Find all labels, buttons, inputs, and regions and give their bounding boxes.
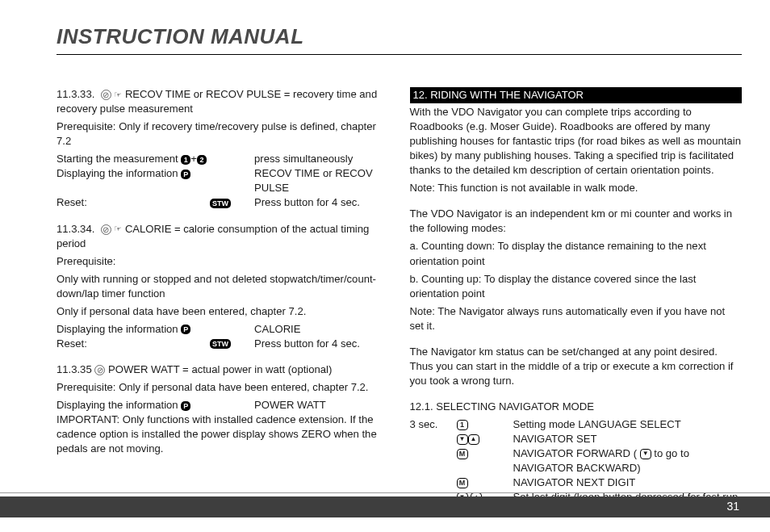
note-text: Note: This function is not available in … <box>410 181 743 195</box>
row-label: Reset: <box>56 337 210 351</box>
button-cell: 1 <box>457 417 513 432</box>
note-text: Note: The Navigator always runs automati… <box>410 304 743 333</box>
section-title: POWER WATT = actual power in watt (optio… <box>105 363 332 375</box>
section-11-3-33: 11.3.33. ⊘ ☞ RECOV TIME or RECOV PULSE =… <box>56 87 389 211</box>
content-area: 11.3.33. ⊘ ☞ RECOV TIME or RECOV PULSE =… <box>56 87 742 485</box>
row-label: Displaying the information P <box>56 322 210 337</box>
manual-page: INSTRUCTION MANUAL 11.3.33. ⊘ ☞ RECOV TI… <box>0 0 770 532</box>
section-heading: 11.3.35 ⊘ POWER WATT = actual power in w… <box>56 362 389 377</box>
table-row: Reset: STW Press button for 4 sec. <box>56 195 389 210</box>
section-11-3-35: 11.3.35 ⊘ POWER WATT = actual power in w… <box>56 362 389 456</box>
section-11-3-34: 11.3.34. ⊘ ☞ CALORIE = calorie consumpti… <box>56 222 389 352</box>
button-1-icon: 1 <box>181 155 190 165</box>
up-arrow-icon: ▲ <box>468 434 479 445</box>
row-label: Reset: <box>56 195 210 210</box>
right-column: 12. RIDING WITH THE NAVIGATOR With the V… <box>410 87 743 485</box>
prerequisite-text: Only with running or stopped and not del… <box>56 272 389 301</box>
table-row: Displaying the information P CALORIE <box>56 322 389 337</box>
header-title: INSTRUCTION MANUAL <box>56 24 742 49</box>
row-value: POWER WATT <box>254 398 389 413</box>
subsection-title: 12.1. SELECTING NAVIGATOR MODE <box>410 400 743 414</box>
button-cell: M <box>457 475 513 490</box>
button-p-icon: P <box>181 325 190 334</box>
row-value: RECOV TIME or RECOV PULSE <box>254 166 389 195</box>
button-cell: M <box>457 446 513 475</box>
row-value: Press button for 4 sec. <box>254 195 389 210</box>
action-cell: NAVIGATOR FORWARD ( ▼ to go to NAVIGATOR… <box>513 446 743 475</box>
hand-icon: ☞ <box>114 89 122 101</box>
prerequisite-label: Prerequisite: <box>56 254 389 269</box>
section-number: 11.3.33. <box>56 88 101 100</box>
prerequisite-text: Prerequisite: Only if personal data have… <box>56 380 389 395</box>
row-value: CALORIE <box>254 322 389 337</box>
body-text: The Navigator km status can be set/chang… <box>410 345 743 388</box>
footer-divider <box>0 492 770 493</box>
stopwatch-icon: ⊘ <box>94 365 105 375</box>
page-header: INSTRUCTION MANUAL <box>56 24 742 55</box>
action-cell: Setting mode LANGUAGE SELECT <box>513 417 743 432</box>
button-p-icon: P <box>181 401 190 411</box>
section-12-1: 12.1. SELECTING NAVIGATOR MODE 3 sec. 1 … <box>410 400 743 505</box>
down-arrow-icon: ▼ <box>640 449 651 459</box>
section-number: 11.3.35 <box>56 363 94 375</box>
body-text: The VDO Navigator is an independent km o… <box>410 207 743 236</box>
action-cell: NAVIGATOR NEXT DIGIT <box>513 475 743 490</box>
page-number: 31 <box>726 500 739 513</box>
row-label: Displaying the information P <box>56 398 210 413</box>
action-cell: NAVIGATOR SET <box>513 432 743 446</box>
button-m-icon: M <box>457 449 468 459</box>
button-cell: ▼▲ <box>457 432 513 446</box>
instruction-table: Starting the measurement 1+2 press simul… <box>56 152 389 210</box>
section-number: 11.3.34. <box>56 223 101 235</box>
hand-icon: ☞ <box>114 223 122 235</box>
row-label: Starting the measurement 1+2 <box>56 152 210 166</box>
row-value: Press button for 4 sec. <box>254 337 389 351</box>
button-m-icon: M <box>457 478 468 488</box>
instruction-table: Displaying the information P POWER WATT <box>56 398 389 413</box>
row-value: press simultaneously <box>254 152 389 166</box>
section-heading: 11.3.34. ⊘ ☞ CALORIE = calorie consumpti… <box>56 222 389 251</box>
prerequisite-text: Only if personal data have been entered,… <box>56 304 389 319</box>
duration-cell: 3 sec. <box>410 417 457 432</box>
table-row: 3 sec. 1 Setting mode LANGUAGE SELECT <box>410 417 743 432</box>
table-row: Displaying the information P POWER WATT <box>56 398 389 413</box>
list-item-a: a. Counting down: To display the distanc… <box>410 239 743 268</box>
table-row: Reset: STW Press button for 4 sec. <box>56 337 389 351</box>
stopwatch-icon: ⊘ <box>101 224 111 235</box>
instruction-table: Displaying the information P CALORIE Res… <box>56 322 389 351</box>
button-1-icon: 1 <box>457 420 468 430</box>
table-row: M NAVIGATOR NEXT DIGIT <box>410 475 743 490</box>
table-row: M NAVIGATOR FORWARD ( ▼ to go to NAVIGAT… <box>410 446 743 475</box>
body-text: With the VDO Navigator you can complete … <box>410 105 743 178</box>
prerequisite-text: Prerequisite: Only if recovery time/reco… <box>56 119 389 149</box>
stopwatch-icon: ⊘ <box>101 90 111 100</box>
section-12-header: 12. RIDING WITH THE NAVIGATOR <box>410 87 743 103</box>
important-note: IMPORTANT: Only functions with installed… <box>56 413 389 456</box>
button-stw-icon: STW <box>210 339 231 349</box>
table-row: Starting the measurement 1+2 press simul… <box>56 152 389 166</box>
section-heading: 11.3.33. ⊘ ☞ RECOV TIME or RECOV PULSE =… <box>56 87 389 116</box>
button-2-icon: 2 <box>197 155 207 165</box>
down-arrow-icon: ▼ <box>457 434 468 445</box>
table-row: ▼▲ NAVIGATOR SET <box>410 432 743 446</box>
row-label: Displaying the information P <box>56 166 210 195</box>
list-item-b: b. Counting up: To display the distance … <box>410 272 743 301</box>
table-row: Displaying the information P RECOV TIME … <box>56 166 389 195</box>
button-p-icon: P <box>181 170 190 179</box>
left-column: 11.3.33. ⊘ ☞ RECOV TIME or RECOV PULSE =… <box>56 87 389 485</box>
button-stw-icon: STW <box>210 199 231 208</box>
footer-bar: 31 <box>0 496 770 517</box>
